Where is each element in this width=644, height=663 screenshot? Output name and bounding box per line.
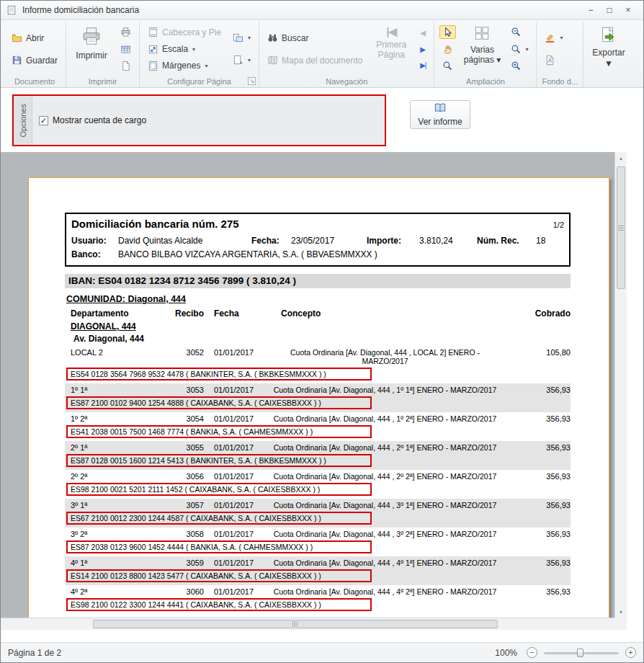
page-setup-button[interactable]	[117, 59, 134, 73]
row-recibo: 3057	[162, 501, 204, 510]
banco-label: Banco:	[71, 249, 118, 259]
scroll-down-button[interactable]: ▼	[615, 606, 627, 618]
usuario-value: David Quintas Alcalde	[118, 236, 251, 246]
scale-button[interactable]: Escala ▾	[145, 43, 198, 56]
options-panel-body: ✓ Mostrar cuenta de cargo	[32, 96, 385, 145]
iban-header-bar: IBAN: ES04 0182 1234 8712 3456 7899 ( 3.…	[65, 274, 571, 288]
zoom-dropdown-button[interactable]: ▾	[508, 43, 531, 56]
page-setup-icon	[120, 61, 131, 71]
report-page: Domiciliación bancaria núm. 275 1/2 Usua…	[28, 177, 609, 630]
scrollbar-grip-icon	[292, 621, 298, 627]
vertical-scrollbar[interactable]: ▲ ▼	[614, 152, 627, 618]
zoom-out-button-statusbar[interactable]: −	[527, 647, 537, 658]
page-indicator: Página 1 de 2	[8, 648, 495, 658]
zoom-out-button[interactable]	[508, 25, 524, 39]
quick-print-button[interactable]	[117, 25, 134, 39]
save-button[interactable]: Guardar	[9, 53, 61, 67]
row-account-line: ES67 2100 0012 2300 1244 4587 ( CAIXABAN…	[65, 510, 571, 528]
hand-tool-button[interactable]	[439, 43, 456, 56]
row-cobrado: 356,93	[502, 414, 571, 423]
report-row: 4º 1ª 3059 01/01/2017 Cuota Ordinaria [A…	[65, 556, 571, 585]
row-departamento: 1º 1ª	[65, 386, 162, 394]
row-recibo: 3056	[162, 472, 204, 481]
row-recibo: 3059	[162, 559, 204, 567]
row-concepto: Cuota Ordinaria [Av. Diagonal, 444 , 1º …	[268, 414, 502, 423]
row-recibo: 3054	[162, 414, 204, 423]
ribbon-group-imprimir: Imprimir	[66, 22, 140, 87]
vertical-scroll-thumb[interactable]	[617, 166, 625, 289]
watermark-icon	[545, 55, 555, 66]
scale-icon	[148, 44, 158, 55]
header-footer-icon	[148, 27, 158, 37]
num-rec-value: 18	[536, 236, 545, 246]
print-button[interactable]: Imprimir	[68, 22, 115, 76]
zoom-in-button[interactable]	[508, 59, 524, 73]
zoom-out-icon	[511, 27, 522, 37]
report-title: Domiciliación bancaria núm. 275	[71, 218, 239, 230]
previous-page-button[interactable]: ◀	[417, 27, 428, 38]
chevron-down-icon: ▾	[248, 57, 251, 63]
margins-button[interactable]: Márgenes ▾	[145, 59, 210, 73]
checkmark-icon: ✓	[40, 117, 47, 125]
group-label-text: Ampliación	[466, 77, 505, 86]
previous-page-icon: ◀	[420, 29, 425, 37]
document-map-button[interactable]: Mapa del documento	[264, 53, 365, 67]
row-cobrado: 356,93	[502, 472, 571, 481]
zoom-tool-button[interactable]	[439, 59, 456, 73]
document-preview[interactable]: Domiciliación bancaria núm. 275 1/2 Usua…	[1, 152, 627, 630]
banco-value: BANCO BILBAO VIZCAYA ARGENTARIA, S.A. ( …	[118, 249, 377, 259]
options-panel-caption: Opciones	[14, 96, 32, 145]
maximize-button[interactable]: □	[600, 5, 619, 15]
show-account-checkbox[interactable]: ✓	[39, 116, 48, 125]
row-recibo: 3058	[162, 530, 204, 538]
zoom-in-button-statusbar[interactable]: +	[625, 647, 636, 658]
horizontal-scroll-thumb[interactable]	[93, 620, 498, 628]
scroll-up-button[interactable]: ▲	[615, 152, 627, 164]
ribbon-group-label-documento: Documento	[6, 76, 63, 87]
report-row: 3º 1ª 3057 01/01/2017 Cuota Ordinaria [A…	[65, 499, 571, 528]
zoom-percentage: 100%	[495, 648, 517, 658]
last-page-button[interactable]: ▶|	[417, 60, 429, 71]
page-setup-dialog-launcher-icon[interactable]: ↘	[248, 77, 256, 85]
ribbon-group-fondo: ▾ Fondo d...	[537, 22, 583, 87]
row-recibo: 3052	[162, 348, 204, 365]
header-footer-button[interactable]: Cabecera y Pie	[145, 25, 224, 39]
zoom-slider[interactable]	[544, 648, 619, 658]
chevron-down-icon: ▾	[525, 46, 528, 53]
scale-label: Escala	[162, 44, 188, 54]
row-account-line: ES54 0128 3564 7968 9532 4478 ( BANKINTE…	[65, 365, 571, 383]
printer-icon	[81, 25, 102, 49]
chevron-down-icon: ▾	[496, 55, 501, 65]
page-orientation-button[interactable]: ▾	[230, 31, 254, 45]
export-button[interactable]: Exportar ▼	[586, 22, 632, 86]
ribbon-group-label-ampliacion: Ampliación	[437, 76, 534, 87]
close-button[interactable]: ×	[619, 5, 638, 15]
horizontal-scrollbar[interactable]	[1, 618, 614, 630]
open-button[interactable]: Abrir	[9, 31, 47, 45]
statusbar: Página 1 de 2 100% − +	[1, 642, 643, 662]
multiple-pages-button[interactable]: Varias páginas ▾	[459, 22, 505, 76]
row-departamento: 1º 2ª	[65, 414, 162, 423]
report-row: LOCAL 2 3052 01/01/2017 Cuota Ordinaria …	[65, 346, 571, 383]
row-cobrado: 356,93	[502, 443, 571, 452]
row-fecha: 01/01/2017	[204, 587, 268, 596]
view-report-button[interactable]: Ver informe	[410, 100, 470, 129]
first-page-button[interactable]: |◀ Primera Página	[368, 22, 414, 76]
next-page-button[interactable]: ▶	[417, 44, 428, 55]
watermark-button[interactable]	[542, 53, 558, 67]
print-options-button[interactable]	[117, 43, 134, 56]
row-account-iban-annotated: ES67 2100 0012 2300 1244 4587 ( CAIXABAN…	[66, 512, 372, 525]
ribbon-group-label-configurar: Configurar Página ↘	[142, 76, 256, 87]
vertical-scroll-track[interactable]	[615, 164, 627, 606]
row-cobrado: 356,93	[502, 501, 571, 510]
page-color-button[interactable]: ▾	[542, 31, 565, 45]
zoom-slider-thumb[interactable]	[577, 649, 583, 657]
paper-size-button[interactable]: ▾	[230, 53, 254, 67]
row-account-iban-annotated: ES87 2038 0123 9600 1452 4444 ( BANKIA, …	[66, 540, 372, 553]
minimize-button[interactable]: −	[581, 5, 600, 15]
row-account-iban-annotated: ES54 0128 3564 7968 9532 4478 ( BANKINTE…	[66, 368, 372, 381]
pointer-tool-button[interactable]	[439, 25, 456, 39]
row-account-line: ES98 2100 0122 3300 1244 4441 ( CAIXABAN…	[65, 596, 571, 614]
print-options-grid-icon	[120, 44, 131, 55]
search-button[interactable]: Buscar	[264, 31, 311, 45]
